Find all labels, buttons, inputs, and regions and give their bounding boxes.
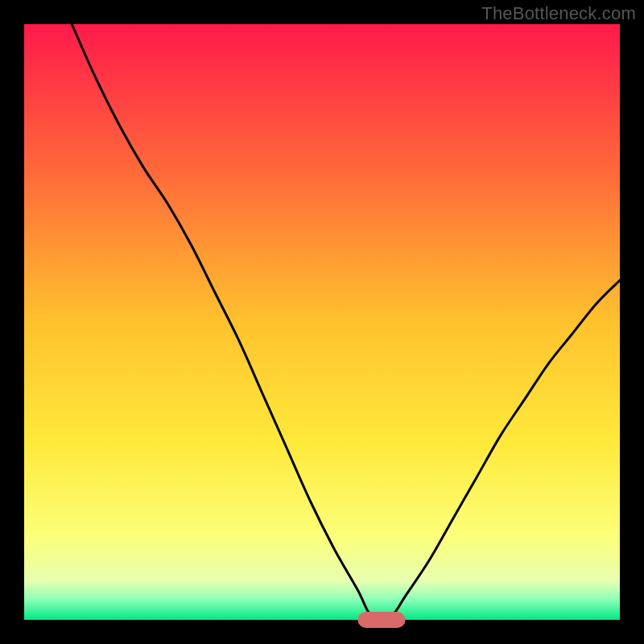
bottleneck-chart — [0, 0, 644, 644]
watermark-text: TheBottleneck.com — [481, 3, 636, 24]
optimum-marker — [357, 612, 405, 628]
chart-stage: TheBottleneck.com — [0, 0, 644, 644]
